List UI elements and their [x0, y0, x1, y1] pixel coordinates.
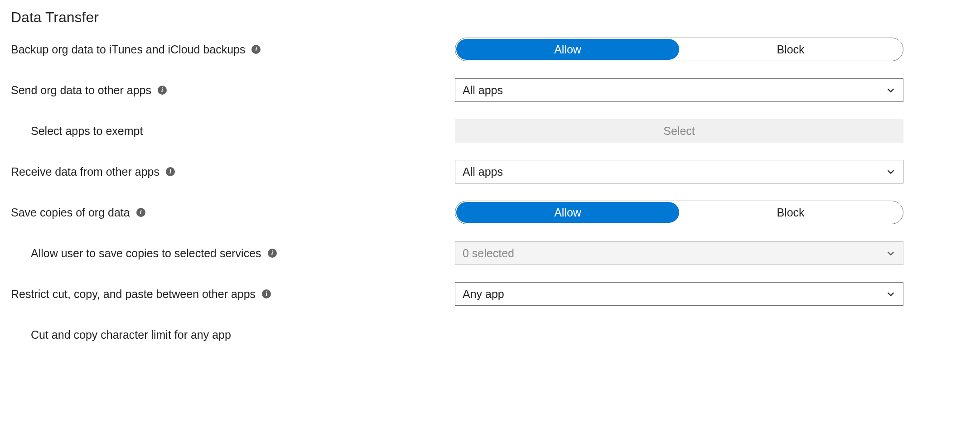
row-save-services: Allow user to save copies to selected se…	[11, 241, 969, 265]
receive-select-value: All apps	[463, 165, 503, 178]
info-icon[interactable]: i	[262, 289, 271, 298]
info-icon[interactable]: i	[166, 167, 175, 176]
info-icon[interactable]: i	[158, 86, 167, 95]
row-select-apps-exempt: Select apps to exempt Select	[11, 119, 969, 143]
chevron-down-icon	[886, 167, 896, 177]
restrict-select-value: Any app	[463, 288, 504, 301]
char-limit-label: Cut and copy character limit for any app	[31, 328, 231, 341]
section-title: Data Transfer	[11, 9, 969, 26]
save-label: Save copies of org data	[11, 206, 130, 219]
restrict-ccp-select[interactable]: Any app	[455, 282, 903, 306]
select-exempt-apps-button: Select	[455, 119, 903, 143]
row-backup-org-data: Backup org data to iTunes and iCloud bac…	[11, 38, 969, 61]
row-restrict-ccp: Restrict cut, copy, and paste between ot…	[11, 282, 969, 306]
row-receive-data: Receive data from other apps i All apps	[11, 160, 969, 183]
chevron-down-icon	[886, 248, 896, 258]
backup-label: Backup org data to iTunes and iCloud bac…	[11, 43, 245, 56]
save-services-select: 0 selected	[455, 241, 903, 265]
exempt-label: Select apps to exempt	[31, 125, 143, 138]
info-icon[interactable]: i	[251, 45, 261, 54]
receive-label: Receive data from other apps	[11, 165, 159, 178]
row-send-org-data: Send org data to other apps i All apps	[11, 78, 969, 102]
row-save-copies: Save copies of org data i Allow Block	[11, 201, 969, 224]
save-services-value: 0 selected	[463, 247, 514, 260]
chevron-down-icon	[886, 289, 896, 299]
send-label: Send org data to other apps	[11, 84, 151, 97]
send-select-value: All apps	[463, 84, 503, 97]
save-copies-toggle[interactable]: Allow Block	[455, 201, 903, 224]
send-org-data-select[interactable]: All apps	[455, 78, 903, 102]
backup-toggle-allow[interactable]: Allow	[456, 39, 679, 60]
backup-toggle-block[interactable]: Block	[679, 39, 902, 60]
save-services-label: Allow user to save copies to selected se…	[31, 247, 261, 260]
backup-toggle[interactable]: Allow Block	[455, 38, 903, 61]
info-icon[interactable]: i	[136, 208, 145, 217]
row-char-limit: Cut and copy character limit for any app	[11, 323, 969, 346]
chevron-down-icon	[886, 85, 896, 95]
data-transfer-section: Data Transfer Backup org data to iTunes …	[11, 9, 969, 346]
save-toggle-block[interactable]: Block	[679, 202, 902, 223]
restrict-label: Restrict cut, copy, and paste between ot…	[11, 288, 256, 301]
receive-data-select[interactable]: All apps	[455, 160, 903, 183]
info-icon[interactable]: i	[268, 249, 277, 258]
save-toggle-allow[interactable]: Allow	[456, 202, 679, 223]
